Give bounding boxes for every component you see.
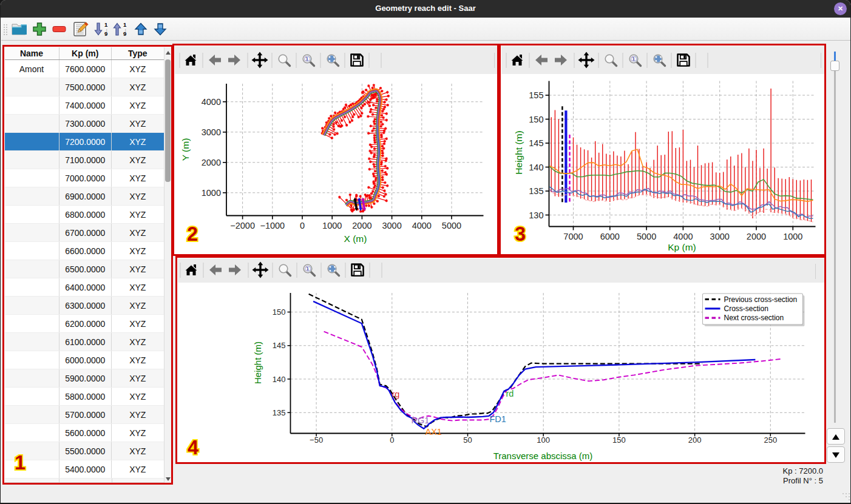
svg-text:6000: 6000 [600,232,619,241]
svg-text:5000: 5000 [636,232,656,241]
svg-text:145: 145 [272,341,285,350]
svg-text:2000: 2000 [352,221,371,230]
svg-text:155: 155 [529,90,543,100]
svg-text:2000: 2000 [746,232,765,241]
svg-text:①: ① [304,264,311,273]
svg-text:5000: 5000 [441,221,461,230]
svg-text:rd: rd [506,389,514,398]
svg-text:4000: 4000 [673,232,693,241]
svg-text:−50: −50 [310,435,323,445]
svg-text:Y (m): Y (m) [180,138,190,161]
svg-text:4000: 4000 [201,96,220,106]
svg-text:100: 100 [537,435,550,445]
svg-text:①: ① [303,54,311,63]
svg-text:150: 150 [612,435,626,445]
svg-text:3000: 3000 [201,127,220,136]
svg-text:3000: 3000 [382,221,401,230]
svg-text:145: 145 [529,138,543,148]
svg-text:0: 0 [390,435,394,445]
svg-text:Next cross-section: Next cross-section [724,314,784,322]
svg-text:Cross-section: Cross-section [724,304,768,313]
svg-text:FD1: FD1 [489,414,506,424]
svg-text:135: 135 [272,408,285,417]
svg-text:1000: 1000 [201,187,220,197]
svg-text:50: 50 [463,435,472,445]
svg-text:135: 135 [529,186,543,196]
svg-text:3000: 3000 [710,232,729,241]
svg-text:−2000: −2000 [230,221,255,230]
svg-text:Height (m): Height (m) [513,130,523,174]
svg-text:1: 1 [123,21,127,28]
svg-text:X (m): X (m) [344,233,367,243]
svg-text:200: 200 [688,435,701,445]
svg-text:RG1: RG1 [411,415,429,425]
svg-text:150: 150 [529,114,543,124]
svg-text:⋮: ⋮ [105,29,109,32]
svg-text:Transverse abscissa (m): Transverse abscissa (m) [493,451,592,461]
svg-text:Height (m): Height (m) [252,341,262,384]
svg-text:Previous cross-section: Previous cross-section [724,295,797,304]
svg-text:rg: rg [392,389,399,399]
svg-text:AX1: AX1 [425,427,441,437]
svg-text:①: ① [630,54,637,63]
svg-text:250: 250 [764,435,777,445]
svg-text:1000: 1000 [783,232,802,241]
svg-text:2000: 2000 [201,157,220,167]
svg-text:140: 140 [272,375,285,384]
svg-text:Kp (m): Kp (m) [668,241,696,252]
svg-text:1000: 1000 [322,221,342,230]
svg-text:−1000: −1000 [260,221,285,230]
svg-text:1: 1 [104,21,108,28]
svg-text:⋮: ⋮ [124,29,127,32]
svg-text:4000: 4000 [412,221,431,230]
svg-text:130: 130 [529,210,543,220]
svg-text:7000: 7000 [563,232,583,241]
svg-text:150: 150 [272,307,285,317]
svg-text:140: 140 [529,162,543,172]
svg-text:0: 0 [299,221,304,230]
